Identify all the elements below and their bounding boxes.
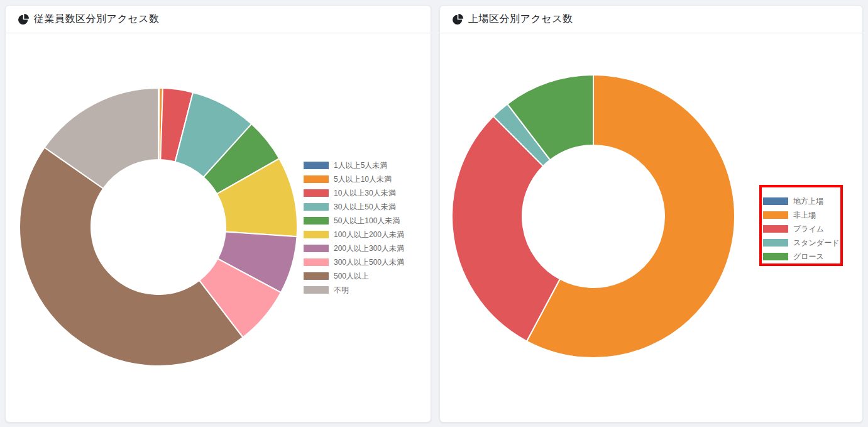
chart-area: 地方上場非上場プライムスタンダードグロース xyxy=(440,33,862,422)
employee-chart-card: 従業員数区分別アクセス数 1人以上5人未満5人以上10人未満10人以上30人未満… xyxy=(5,5,431,423)
legend-label: 10人以上30人未満 xyxy=(334,189,396,197)
legend-swatch xyxy=(304,217,329,225)
employee-chart-legend: 1人以上5人未満5人以上10人未満10人以上30人未満30人以上50人未満50人… xyxy=(304,158,404,297)
legend-label: 5人以上10人未満 xyxy=(334,175,392,183)
legend-label: 非上場 xyxy=(793,211,816,219)
listing-chart-card: 上場区分別アクセス数 地方上場非上場プライムスタンダードグロース xyxy=(439,5,863,423)
legend-swatch xyxy=(304,175,329,183)
card-header: 従業員数区分別アクセス数 xyxy=(6,6,431,33)
legend-swatch xyxy=(763,197,788,205)
legend-swatch xyxy=(763,253,788,260)
legend-label: 地方上場 xyxy=(793,197,823,205)
legend-label: グロース xyxy=(793,253,824,260)
legend-item[interactable]: 200人以上300人未満 xyxy=(304,241,404,255)
legend-item[interactable]: 30人以上50人未満 xyxy=(304,200,404,214)
legend-item[interactable]: 500人以上 xyxy=(304,269,404,283)
legend-item[interactable]: プライム xyxy=(763,222,839,236)
legend-swatch xyxy=(304,231,329,238)
card-header: 上場区分別アクセス数 xyxy=(440,6,862,33)
listing-chart-legend: 地方上場非上場プライムスタンダードグロース xyxy=(763,194,839,263)
legend-label: 100人以上200人未満 xyxy=(334,231,404,238)
legend-item[interactable]: スタンダード xyxy=(763,236,839,250)
legend-swatch xyxy=(304,272,329,280)
chart-area: 1人以上5人未満5人以上10人未満10人以上30人未満30人以上50人未満50人… xyxy=(6,33,431,422)
legend-item[interactable]: 1人以上5人未満 xyxy=(304,158,404,172)
legend-item[interactable]: 5人以上10人未満 xyxy=(304,172,404,186)
legend-label: プライム xyxy=(793,225,824,233)
pie-chart-icon xyxy=(18,14,29,25)
legend-item[interactable]: 10人以上30人未満 xyxy=(304,186,404,200)
legend-label: 200人以上300人未満 xyxy=(334,245,404,252)
legend-item[interactable]: 地方上場 xyxy=(763,194,839,208)
legend-swatch xyxy=(304,286,329,294)
legend-label: 1人以上5人未満 xyxy=(334,162,387,169)
panel-title: 従業員数区分別アクセス数 xyxy=(34,13,160,26)
legend-item[interactable]: 50人以上100人未満 xyxy=(304,214,404,228)
panel-title: 上場区分別アクセス数 xyxy=(468,13,573,26)
legend-label: 50人以上100人未満 xyxy=(334,217,400,225)
pie-chart-icon xyxy=(453,14,463,25)
legend-swatch xyxy=(763,225,788,233)
legend-item[interactable]: グロース xyxy=(763,250,839,263)
legend-label: 300人以上500人未満 xyxy=(334,258,404,266)
legend-item[interactable]: 不明 xyxy=(304,283,404,297)
legend-item[interactable]: 非上場 xyxy=(763,208,839,222)
legend-label: スタンダード xyxy=(793,239,839,247)
legend-swatch xyxy=(763,211,788,219)
legend-item[interactable]: 300人以上500人未満 xyxy=(304,255,404,269)
legend-swatch xyxy=(763,239,788,247)
legend-swatch xyxy=(304,162,329,169)
legend-item[interactable]: 100人以上200人未満 xyxy=(304,228,404,241)
legend-label: 30人以上50人未満 xyxy=(334,203,396,211)
legend-swatch xyxy=(304,258,329,266)
legend-swatch xyxy=(304,203,329,211)
legend-swatch xyxy=(304,245,329,252)
legend-label: 500人以上 xyxy=(334,272,369,280)
legend-label: 不明 xyxy=(334,286,349,294)
legend-swatch xyxy=(304,189,329,197)
